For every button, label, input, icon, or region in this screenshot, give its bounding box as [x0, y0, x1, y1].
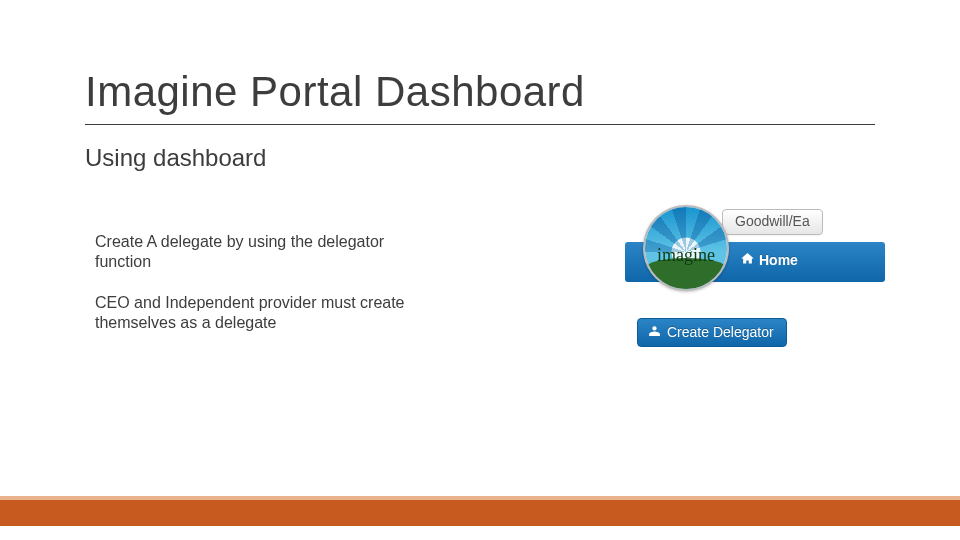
- body-text-2: CEO and Independent provider must create…: [95, 293, 455, 332]
- create-delegator-button[interactable]: Create Delegator: [637, 318, 787, 347]
- home-label: Home: [759, 252, 798, 268]
- logo-word: imagine: [645, 245, 727, 266]
- slide-title: Imagine Portal Dashboard: [85, 68, 585, 116]
- create-delegator-label: Create Delegator: [667, 324, 774, 340]
- home-icon: [740, 251, 755, 269]
- body-text-1: Create A delegate by using the delegator…: [95, 232, 435, 271]
- portal-ui-snippet: Goodwill/Ea Home imagine: [625, 208, 885, 358]
- person-icon: [648, 324, 661, 340]
- home-nav-item[interactable]: Home: [740, 251, 798, 269]
- slide: Imagine Portal Dashboard Using dashboard…: [0, 0, 960, 540]
- footer-accent-dark: [0, 500, 960, 526]
- slide-subtitle: Using dashboard: [85, 144, 266, 172]
- title-rule: [85, 124, 875, 125]
- tag-button[interactable]: Goodwill/Ea: [722, 209, 823, 235]
- imagine-logo: imagine: [643, 205, 729, 291]
- tag-button-label: Goodwill/Ea: [735, 213, 810, 229]
